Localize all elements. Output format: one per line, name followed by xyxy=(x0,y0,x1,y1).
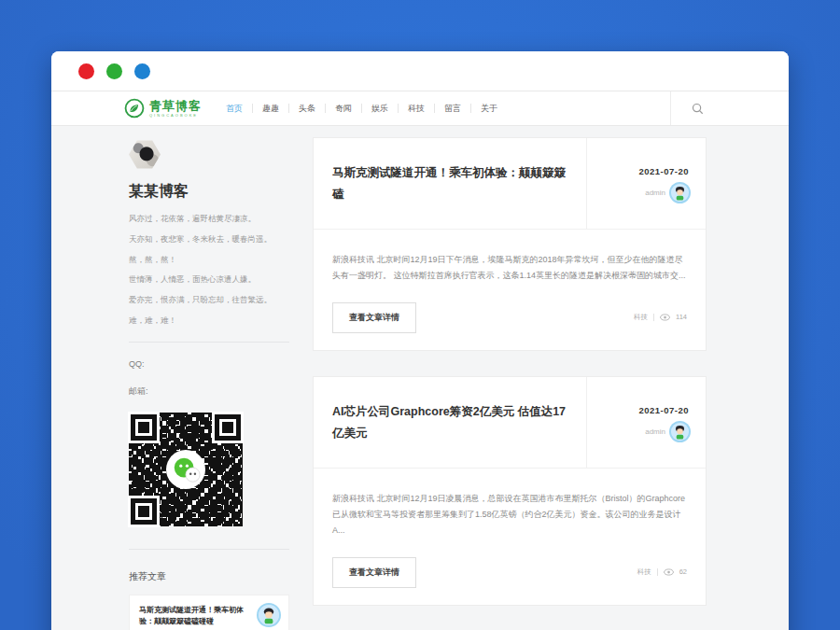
article-card: AI芯片公司Graphcore筹资2亿美元 估值达17亿美元 2021-07-2… xyxy=(313,376,707,606)
category-label[interactable]: 科技 xyxy=(634,313,648,322)
profile-avatar[interactable] xyxy=(129,140,161,169)
nav-item-fun[interactable]: 趣趣 xyxy=(253,103,288,115)
window-minimize-button[interactable] xyxy=(106,63,122,79)
article-excerpt: 新浪科技讯 北京时间12月19日下午消息，埃隆马斯克的2018年异常坎坷，但至少… xyxy=(332,252,687,284)
article-author: admin xyxy=(645,184,689,202)
views-count: 114 xyxy=(676,313,687,321)
eye-icon xyxy=(660,314,670,321)
article-card: 马斯克测试隧道开通！乘车初体验：颠颠簸簸磕 2021-07-20 admin xyxy=(313,137,707,351)
email-label: 邮箱: xyxy=(129,385,289,398)
article-excerpt: 新浪科技讯 北京时间12月19日凌晨消息，总部设在英国港市布里斯托尔（Brist… xyxy=(332,491,687,539)
nav-item-anecdotes[interactable]: 奇闻 xyxy=(326,103,361,115)
site-header: 青草博客 QINGCAOBOKE 首页 趣趣 头条 奇闻 娱乐 科技 留言 关于 xyxy=(51,91,789,126)
qr-finder xyxy=(131,414,157,441)
wechat-qr-code xyxy=(129,413,243,526)
nav-item-headlines[interactable]: 头条 xyxy=(289,103,325,115)
nav-item-about[interactable]: 关于 xyxy=(471,103,507,115)
qq-label: QQ: xyxy=(129,359,289,369)
nav-item-message[interactable]: 留言 xyxy=(435,103,470,115)
sidebar-bio: 风亦过，花依落，遍野枯黄尽凄凉。 天亦知，夜悲寒，冬来秋去，暖春尚遥。 熬，熬，… xyxy=(129,213,289,327)
qr-finder xyxy=(131,498,157,525)
article-title[interactable]: AI芯片公司Graphcore筹资2亿美元 估值达17亿美元 xyxy=(332,401,567,443)
article-body: 新浪科技讯 北京时间12月19日凌晨消息，总部设在英国港市布里斯托尔（Brist… xyxy=(314,469,706,605)
view-detail-button[interactable]: 查看文章详情 xyxy=(332,557,416,588)
article-author: admin xyxy=(645,423,689,441)
article-title[interactable]: 马斯克测试隧道开通！乘车初体验：颠颠簸簸磕 xyxy=(332,162,567,204)
author-name: admin xyxy=(645,189,665,197)
window-titlebar xyxy=(51,51,789,91)
article-list: 马斯克测试隧道开通！乘车初体验：颠颠簸簸磕 2021-07-20 admin xyxy=(313,137,707,630)
eye-icon xyxy=(664,568,674,576)
window-close-button[interactable] xyxy=(78,63,94,79)
sidebar: 某某博客 风亦过，花依落，遍野枯黄尽凄凉。 天亦知，夜悲寒，冬来秋去，暖春尚遥。… xyxy=(129,140,289,630)
bio-line: 难，难，难！ xyxy=(129,315,289,327)
sidebar-blog-title: 某某博客 xyxy=(129,182,289,202)
main-nav: 首页 趣趣 头条 奇闻 娱乐 科技 留言 关于 xyxy=(217,103,507,115)
leaf-logo-icon xyxy=(124,98,145,119)
article-date: 2021-07-20 xyxy=(638,405,689,415)
site-logo[interactable]: 青草博客 QINGCAOBOKE xyxy=(124,98,202,119)
window-maximize-button[interactable] xyxy=(134,63,150,79)
wechat-icon xyxy=(166,450,205,489)
category-label[interactable]: 科技 xyxy=(637,567,651,577)
bio-line: 爱亦完，恨亦满，只盼忘却，往昔繁远。 xyxy=(129,294,289,306)
nav-item-entertainment[interactable]: 娱乐 xyxy=(362,103,398,115)
article-meta: 2021-07-20 admin xyxy=(586,377,706,468)
sidebar-divider xyxy=(129,342,289,343)
page-content: 某某博客 风亦过，花依落，遍野枯黄尽凄凉。 天亦知，夜悲寒，冬来秋去，暖春尚遥。… xyxy=(51,126,789,630)
bio-line: 天亦知，夜悲寒，冬来秋去，暖春尚遥。 xyxy=(129,233,289,245)
desktop-background: 青草博客 QINGCAOBOKE 首页 趣趣 头条 奇闻 娱乐 科技 留言 关于 xyxy=(0,0,840,630)
article-date: 2021-07-20 xyxy=(638,166,689,176)
recommended-article-title: 马斯克测试隧道开通！乘车初体验：颠颠簸簸磕磕碰碰 xyxy=(139,605,251,628)
article-foot-meta: 科技 62 xyxy=(637,567,687,579)
recommend-section-title: 推荐文章 xyxy=(129,570,289,583)
author-avatar xyxy=(671,184,689,202)
nav-item-tech[interactable]: 科技 xyxy=(399,103,434,115)
article-foot-meta: 科技 114 xyxy=(634,313,687,324)
article-body: 新浪科技讯 北京时间12月19日下午消息，埃隆马斯克的2018年异常坎坷，但至少… xyxy=(314,230,706,350)
author-name: admin xyxy=(645,427,665,436)
qr-finder xyxy=(215,414,241,441)
bio-line: 风亦过，花依落，遍野枯黄尽凄凉。 xyxy=(129,213,289,225)
logo-title: 青草博客 xyxy=(149,100,202,112)
article-card-head: 马斯克测试隧道开通！乘车初体验：颠颠簸簸磕 2021-07-20 admin xyxy=(314,138,706,230)
bio-line: 世情薄，人情恶，面热心凉遭人嫌。 xyxy=(129,273,289,286)
article-meta: 2021-07-20 admin xyxy=(586,138,706,229)
search-button[interactable] xyxy=(670,91,724,125)
logo-subtitle: QINGCAOBOKE xyxy=(149,114,202,118)
search-icon xyxy=(692,103,704,115)
author-avatar xyxy=(671,423,689,441)
recommended-article-card[interactable]: 马斯克测试隧道开通！乘车初体验：颠颠簸簸磕磕碰碰 2021-07-20 xyxy=(129,595,289,630)
view-detail-button[interactable]: 查看文章详情 xyxy=(332,302,416,333)
article-card-head: AI芯片公司Graphcore筹资2亿美元 估值达17亿美元 2021-07-2… xyxy=(314,377,706,469)
author-avatar xyxy=(259,605,279,625)
nav-item-home[interactable]: 首页 xyxy=(217,103,252,115)
meta-separator xyxy=(657,568,658,576)
sidebar-divider xyxy=(129,549,289,550)
views-count: 62 xyxy=(679,567,687,576)
bio-line: 熬，熬，熬！ xyxy=(129,254,289,266)
meta-separator xyxy=(653,314,654,321)
browser-window: 青草博客 QINGCAOBOKE 首页 趣趣 头条 奇闻 娱乐 科技 留言 关于 xyxy=(51,51,789,630)
